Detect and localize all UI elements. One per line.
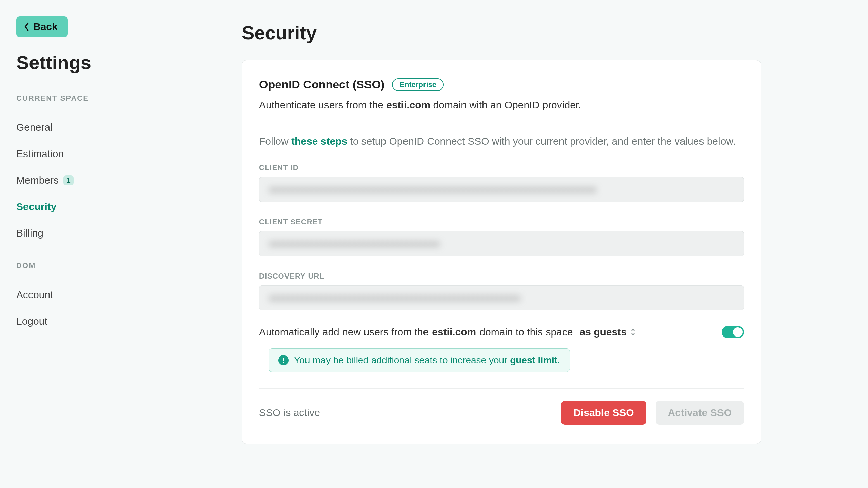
- nav-current-space: General Estimation Members 1 Security Bi…: [16, 114, 117, 246]
- sso-card-title: OpenID Connect (SSO): [259, 78, 384, 91]
- nav-user: Account Logout: [16, 282, 117, 334]
- activate-sso-button: Activate SSO: [656, 401, 744, 425]
- settings-title: Settings: [16, 52, 117, 74]
- sso-status: SSO is active: [259, 407, 320, 419]
- divider: [259, 123, 744, 123]
- chevron-left-icon: [24, 22, 30, 32]
- back-button[interactable]: Back: [16, 16, 68, 37]
- settings-sidebar: Back Settings CURRENT SPACE General Esti…: [0, 0, 134, 488]
- discovery-url-label: DISCOVERY URL: [259, 272, 744, 281]
- sidebar-item-security[interactable]: Security: [16, 194, 117, 220]
- sso-card: OpenID Connect (SSO) Enterprise Authenti…: [242, 60, 761, 444]
- back-button-label: Back: [33, 21, 58, 33]
- billing-info-box: ! You may be billed additional seats to …: [269, 348, 570, 372]
- client-secret-input[interactable]: xxxxxxxxxxxxxxxxxxxxxxxxxxxxxxxxxxxx: [259, 231, 744, 256]
- sort-icon: [630, 328, 636, 337]
- sso-subtitle: Authenticate users from the estii.com do…: [259, 99, 744, 111]
- sidebar-item-estimation[interactable]: Estimation: [16, 141, 117, 167]
- discovery-url-input[interactable]: xxxxxxxxxxxxxxxxxxxxxxxxxxxxxxxxxxxxxxxx…: [259, 285, 744, 310]
- divider: [259, 388, 744, 389]
- auto-add-label: Automatically add new users from the est…: [259, 326, 636, 338]
- members-count-badge: 1: [63, 175, 74, 185]
- enterprise-pill: Enterprise: [392, 78, 444, 91]
- sidebar-item-general[interactable]: General: [16, 114, 117, 141]
- auto-add-toggle[interactable]: [722, 326, 744, 338]
- disable-sso-button[interactable]: Disable SSO: [561, 401, 646, 425]
- sidebar-item-logout[interactable]: Logout: [16, 308, 117, 334]
- sidebar-item-members[interactable]: Members 1: [16, 167, 117, 194]
- section-user: DOM: [16, 261, 117, 270]
- sso-instructions: Follow these steps to setup OpenID Conne…: [259, 136, 744, 147]
- page-title: Security: [242, 22, 761, 44]
- sidebar-item-account[interactable]: Account: [16, 282, 117, 308]
- main-content: Security OpenID Connect (SSO) Enterprise…: [134, 0, 868, 488]
- info-icon: !: [278, 355, 289, 365]
- client-id-label: CLIENT ID: [259, 163, 744, 172]
- role-select[interactable]: as guests: [579, 326, 636, 338]
- sidebar-item-billing[interactable]: Billing: [16, 220, 117, 246]
- client-secret-label: CLIENT SECRET: [259, 218, 744, 226]
- these-steps-link[interactable]: these steps: [291, 136, 347, 147]
- section-current-space: CURRENT SPACE: [16, 94, 117, 103]
- client-id-input[interactable]: xxxxxxxxxxxxxxxxxxxxxxxxxxxxxxxxxxxxxxxx…: [259, 177, 744, 202]
